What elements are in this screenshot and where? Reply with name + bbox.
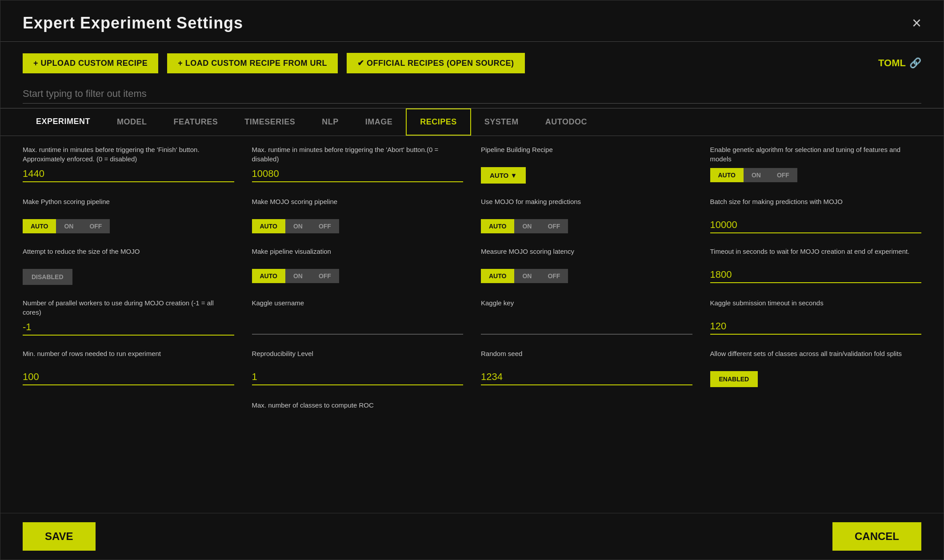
pipeline-viz-off-btn[interactable]: OFF: [311, 269, 339, 283]
toolbar: + UPLOAD CUSTOM RECIPE + LOAD CUSTOM REC…: [0, 42, 944, 84]
setting-reproducibility: Reproducibility Level: [252, 349, 464, 387]
setting-row-placeholder: [23, 400, 234, 418]
mojo-latency-auto-btn[interactable]: AUTO: [481, 269, 514, 283]
setting-abort-runtime: Max. runtime in minutes before triggerin…: [252, 145, 464, 184]
pipeline-viz-on-btn[interactable]: ON: [285, 269, 311, 283]
pipeline-viz-toggle: AUTO ON OFF: [252, 269, 464, 283]
official-recipes-button[interactable]: ✔ OFFICIAL RECIPES (OPEN SOURCE): [347, 53, 525, 73]
setting-mojo-latency: Measure MOJO scoring latency AUTO ON OFF: [481, 247, 692, 285]
pipeline-recipe-dropdown[interactable]: AUTO ▼: [481, 167, 526, 184]
setting-min-rows: Min. number of rows needed to run experi…: [23, 349, 234, 387]
min-rows-input[interactable]: [23, 371, 234, 385]
close-button[interactable]: ×: [912, 15, 921, 31]
setting-pipeline-viz: Make pipeline visualization AUTO ON OFF: [252, 247, 464, 285]
mojo-batch-input[interactable]: [710, 219, 922, 233]
setting-mojo-pipeline: Make MOJO scoring pipeline AUTO ON OFF: [252, 197, 464, 233]
tab-recipes[interactable]: RECIPES: [406, 108, 471, 136]
genetic-on-btn[interactable]: ON: [744, 168, 769, 182]
finish-runtime-input[interactable]: [23, 168, 234, 182]
tab-experiment[interactable]: EXPERIMENT: [23, 108, 104, 136]
tab-autodoc[interactable]: AUTODOC: [532, 108, 600, 136]
random-seed-input[interactable]: [481, 371, 692, 385]
abort-runtime-input[interactable]: [252, 168, 464, 182]
mojo-pipeline-toggle: AUTO ON OFF: [252, 219, 464, 233]
mojo-latency-off-btn[interactable]: OFF: [540, 269, 568, 283]
filter-bar: [0, 84, 944, 108]
pipeline-viz-auto-btn[interactable]: AUTO: [252, 269, 285, 283]
kaggle-key-input[interactable]: [481, 320, 692, 335]
genetic-algo-toggle: AUTO ON OFF: [710, 168, 922, 182]
setting-class-splits: Allow different sets of classes across a…: [710, 349, 922, 387]
content-area: Max. runtime in minutes before triggerin…: [0, 136, 944, 513]
setting-col3-placeholder: [481, 400, 692, 418]
mojo-pipeline-auto-btn[interactable]: AUTO: [252, 219, 285, 233]
setting-roc-classes: Max. number of classes to compute ROC: [252, 400, 464, 418]
setting-kaggle-timeout: Kaggle submission timeout in seconds: [710, 298, 922, 336]
setting-kaggle-username: Kaggle username: [252, 298, 464, 336]
setting-col4-placeholder: [710, 400, 922, 418]
python-off-btn[interactable]: OFF: [81, 219, 110, 233]
load-url-button[interactable]: + LOAD CUSTOM RECIPE FROM URL: [167, 53, 338, 73]
setting-mojo-timeout: Timeout in seconds to wait for MOJO crea…: [710, 247, 922, 285]
tab-features[interactable]: FEATURES: [160, 108, 232, 136]
modal-header: Expert Experiment Settings ×: [0, 0, 944, 42]
python-auto-btn[interactable]: AUTO: [23, 219, 56, 233]
setting-finish-runtime: Max. runtime in minutes before triggerin…: [23, 145, 234, 184]
python-on-btn[interactable]: ON: [56, 219, 81, 233]
setting-parallel-workers: Number of parallel workers to use during…: [23, 298, 234, 336]
mojo-pred-on-btn[interactable]: ON: [514, 219, 540, 233]
toml-text: TOML: [878, 57, 906, 69]
mojo-predictions-toggle: AUTO ON OFF: [481, 219, 692, 233]
kaggle-timeout-input[interactable]: [710, 320, 922, 335]
tabs-bar: EXPERIMENT MODEL FEATURES TIMESERIES NLP…: [0, 108, 944, 136]
setting-mojo-predictions: Use MOJO for making predictions AUTO ON …: [481, 197, 692, 233]
cancel-button[interactable]: CANCEL: [832, 522, 921, 551]
tab-system[interactable]: SYSTEM: [471, 108, 532, 136]
class-splits-enabled-btn[interactable]: ENABLED: [710, 371, 758, 387]
mojo-pred-auto-btn[interactable]: AUTO: [481, 219, 514, 233]
tab-image[interactable]: IMAGE: [352, 108, 406, 136]
mojo-latency-toggle: AUTO ON OFF: [481, 269, 692, 283]
toml-icon: 🔗: [909, 57, 921, 69]
genetic-off-btn[interactable]: OFF: [769, 168, 797, 182]
kaggle-username-input[interactable]: [252, 320, 464, 335]
parallel-workers-input[interactable]: [23, 321, 234, 336]
mojo-timeout-input[interactable]: [710, 269, 922, 283]
footer: SAVE CANCEL: [0, 513, 944, 560]
setting-mojo-batch-size: Batch size for making predictions with M…: [710, 197, 922, 233]
upload-recipe-button[interactable]: + UPLOAD CUSTOM RECIPE: [23, 53, 158, 73]
setting-genetic-algo: Enable genetic algorithm for selection a…: [710, 145, 922, 184]
setting-pipeline-recipe: Pipeline Building Recipe AUTO ▼: [481, 145, 692, 184]
mojo-pipeline-on-btn[interactable]: ON: [285, 219, 311, 233]
tab-nlp[interactable]: NLP: [308, 108, 352, 136]
modal-title: Expert Experiment Settings: [23, 14, 243, 32]
reproducibility-input[interactable]: [252, 371, 464, 385]
tab-model[interactable]: MODEL: [104, 108, 160, 136]
expert-settings-modal: Expert Experiment Settings × + UPLOAD CU…: [0, 0, 944, 560]
setting-python-pipeline: Make Python scoring pipeline AUTO ON OFF: [23, 197, 234, 233]
filter-input[interactable]: [23, 84, 921, 104]
python-pipeline-toggle: AUTO ON OFF: [23, 219, 234, 233]
setting-kaggle-key: Kaggle key: [481, 298, 692, 336]
setting-random-seed: Random seed: [481, 349, 692, 387]
mojo-pipeline-off-btn[interactable]: OFF: [311, 219, 339, 233]
mojo-latency-on-btn[interactable]: ON: [514, 269, 540, 283]
genetic-auto-btn[interactable]: AUTO: [710, 168, 744, 182]
save-button[interactable]: SAVE: [23, 522, 96, 551]
mojo-size-disabled-btn[interactable]: DISABLED: [23, 269, 72, 285]
setting-mojo-size: Attempt to reduce the size of the MOJO D…: [23, 247, 234, 285]
tab-timeseries[interactable]: TIMESERIES: [231, 108, 308, 136]
mojo-pred-off-btn[interactable]: OFF: [540, 219, 568, 233]
toml-label[interactable]: TOML 🔗: [878, 57, 921, 69]
